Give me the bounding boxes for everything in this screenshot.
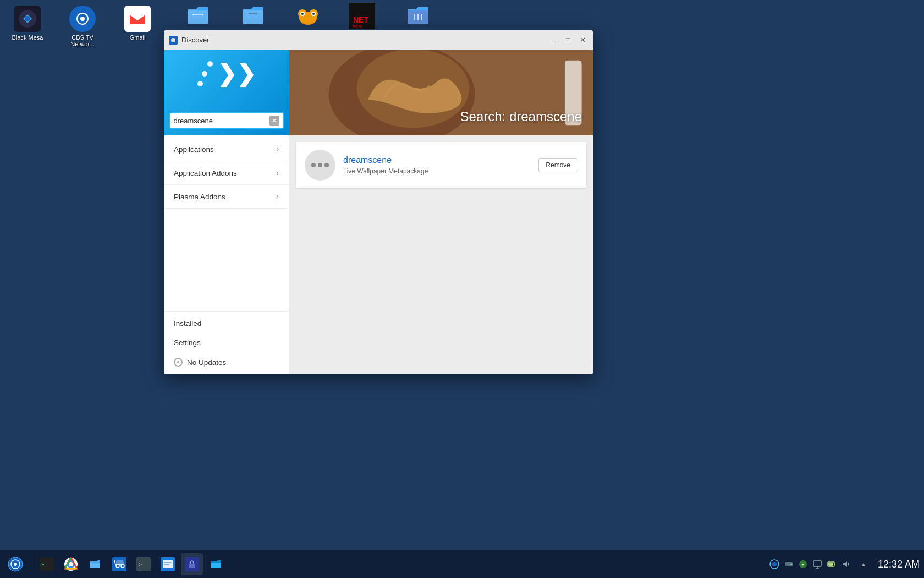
volume-icon[interactable]: [840, 559, 851, 570]
taskbar-sep-1: [31, 556, 31, 572]
svg-rect-44: [164, 564, 169, 565]
chevron-right-icon: ›: [276, 168, 279, 178]
title-bar: Discover − □ ✕: [164, 30, 593, 50]
storage-icon[interactable]: [783, 559, 794, 570]
taskbar-app8[interactable]: [181, 553, 203, 575]
desktop-icon-gmail[interactable]: Gmail: [116, 6, 160, 41]
taskbar-left: ➤: [4, 553, 227, 575]
monitor-icon[interactable]: [812, 559, 823, 570]
svg-point-1: [25, 16, 30, 21]
search-input-wrapper: ✕: [169, 112, 284, 129]
app-description: Live Wallpaper Metapackage: [343, 167, 531, 175]
logo-dot-2: [202, 71, 207, 77]
right-panel: Search: dreamscene dreamscene L: [289, 50, 593, 374]
discover-logo: ❯❯: [197, 61, 256, 86]
taskbar-kickoff[interactable]: [4, 553, 26, 575]
discover-window: Discover − □ ✕ ❯❯: [164, 30, 593, 374]
battery-indicator[interactable]: ●: [798, 559, 809, 570]
svg-text:➤: ➤: [41, 561, 45, 568]
desktop-icon-cbs-label: CBS TVNetwor...: [70, 34, 94, 47]
desktop-icon-toad[interactable]: [286, 3, 330, 31]
notification-icon[interactable]: ▲: [858, 559, 869, 570]
svg-rect-58: [828, 563, 833, 566]
logo-dot-3: [197, 81, 203, 86]
desktop-icon-trash[interactable]: [396, 3, 440, 31]
hero-search-text: Search: dreamscene: [460, 109, 582, 124]
taskbar-clock: 12:32 AM: [878, 559, 920, 570]
svg-rect-35: [90, 563, 100, 568]
taskbar-discover-store[interactable]: [108, 553, 130, 575]
taskbar-dolphin[interactable]: [84, 553, 106, 575]
desktop-icon-netflix[interactable]: NET FLIX: [340, 3, 384, 31]
svg-point-34: [69, 562, 73, 566]
close-button[interactable]: ✕: [576, 34, 588, 46]
taskbar-right: ●: [769, 559, 920, 570]
app-dot-1: [311, 163, 316, 167]
app-icon-dots: [311, 163, 329, 167]
svg-point-29: [14, 563, 17, 566]
svg-text:●: ●: [801, 562, 804, 567]
svg-rect-9: [249, 13, 257, 14]
nav-item-plasma-addons[interactable]: Plasma Addons ›: [164, 185, 289, 209]
network-icon[interactable]: [769, 559, 780, 570]
nav-section: Applications › Application Addons › Plas…: [164, 135, 289, 311]
svg-point-48: [772, 562, 777, 566]
svg-point-15: [301, 13, 304, 15]
svg-rect-8: [243, 10, 263, 24]
taskbar-app9[interactable]: [205, 553, 227, 575]
info-icon: [174, 358, 183, 367]
results-area: dreamscene Live Wallpaper Metapackage Re…: [289, 135, 593, 374]
remove-button[interactable]: Remove: [538, 158, 578, 172]
svg-rect-7: [193, 14, 204, 15]
desktop-icon-black-mesa[interactable]: Black Mesa: [6, 6, 50, 41]
app-card-dreamscene: dreamscene Live Wallpaper Metapackage Re…: [296, 142, 586, 188]
svg-rect-53: [813, 561, 821, 566]
nav-item-applications[interactable]: Applications ›: [164, 138, 289, 161]
maximize-button[interactable]: □: [562, 34, 574, 46]
discover-window-icon: [168, 35, 178, 45]
left-panel: ❯❯ ✕ Applications › Application Addons ›: [164, 50, 289, 374]
svg-point-16: [312, 13, 315, 15]
minimize-button[interactable]: −: [548, 34, 560, 46]
window-title: Discover: [182, 36, 548, 44]
svg-rect-6: [188, 10, 208, 24]
taskbar-kate[interactable]: >_: [133, 553, 155, 575]
nav-item-settings[interactable]: Settings: [164, 333, 289, 352]
nav-item-application-addons[interactable]: Application Addons ›: [164, 161, 289, 185]
svg-point-22: [171, 38, 175, 42]
search-input[interactable]: [174, 117, 270, 125]
svg-text:>_: >_: [139, 561, 146, 568]
svg-rect-57: [834, 563, 835, 565]
svg-point-4: [80, 17, 85, 21]
system-tray: ●: [769, 559, 851, 570]
window-controls: − □ ✕: [548, 34, 588, 46]
desktop-icon-folder2[interactable]: [231, 3, 275, 31]
logo-arrow: ❯❯: [217, 62, 256, 85]
chevron-right-icon: ›: [276, 192, 279, 201]
battery-icon[interactable]: [826, 559, 837, 570]
logo-dot-1: [207, 61, 213, 67]
taskbar: ➤: [0, 550, 924, 578]
desktop-icon-black-mesa-label: Black Mesa: [12, 34, 43, 41]
svg-point-50: [790, 564, 792, 565]
info-dot: [177, 361, 179, 363]
nav-item-no-updates[interactable]: No Updates: [164, 352, 289, 372]
hero-banner: Search: dreamscene: [289, 50, 593, 135]
desktop-icon-cbs-tv[interactable]: CBS TVNetwor...: [61, 6, 105, 47]
desktop-icon-gmail-label: Gmail: [130, 34, 146, 41]
svg-rect-46: [211, 563, 221, 568]
search-clear-button[interactable]: ✕: [270, 116, 279, 126]
svg-text:FLIX: FLIX: [353, 24, 363, 29]
desktop-icon-folder1[interactable]: [176, 3, 220, 31]
app-dot-3: [324, 163, 329, 167]
chevron-right-icon: ›: [276, 144, 279, 154]
taskbar-chrome[interactable]: [60, 553, 82, 575]
logo-dots: [197, 61, 213, 86]
taskbar-app7[interactable]: [157, 553, 179, 575]
svg-text:NET: NET: [353, 15, 369, 24]
window-body: ❯❯ ✕ Applications › Application Addons ›: [164, 50, 593, 374]
nav-item-installed[interactable]: Installed: [164, 314, 289, 333]
taskbar-konsole[interactable]: ➤: [36, 553, 58, 575]
search-area: ❯❯ ✕: [164, 50, 289, 135]
app-info: dreamscene Live Wallpaper Metapackage: [343, 155, 531, 175]
